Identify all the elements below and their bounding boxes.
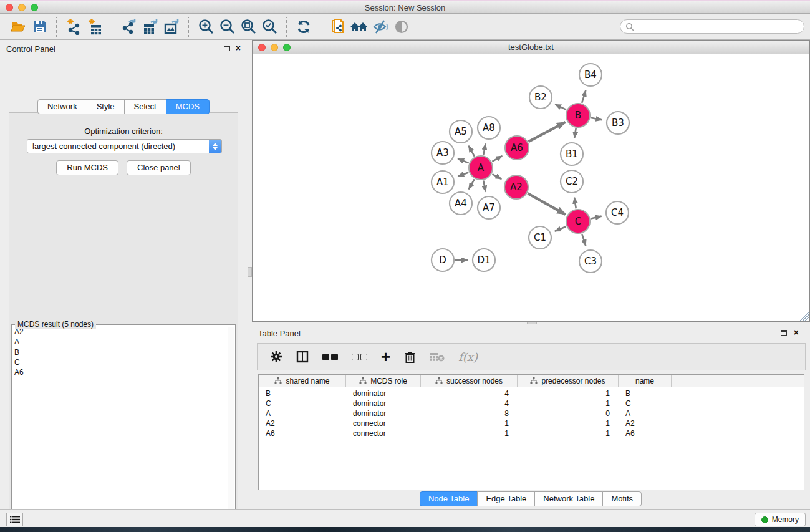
vertical-splitter[interactable] bbox=[248, 40, 252, 509]
result-list-item[interactable]: C bbox=[14, 357, 226, 367]
cell-name[interactable]: B bbox=[619, 389, 672, 399]
cell-predecessor-nodes[interactable]: 0 bbox=[518, 409, 619, 419]
graph-node-label: C2 bbox=[566, 176, 578, 187]
search-field[interactable] bbox=[620, 19, 804, 34]
desktop-wallpaper bbox=[0, 527, 810, 532]
cell-MCDS-role[interactable]: connector bbox=[346, 419, 421, 429]
float-panel-icon[interactable] bbox=[781, 330, 787, 336]
hide-selected-button[interactable] bbox=[370, 16, 391, 37]
result-list-item[interactable]: A6 bbox=[14, 367, 226, 377]
open-session-button[interactable] bbox=[7, 16, 29, 37]
cell-predecessor-nodes[interactable]: 1 bbox=[518, 399, 619, 409]
result-scrollbar[interactable] bbox=[228, 327, 234, 532]
cell-shared-name[interactable]: A2 bbox=[259, 419, 346, 429]
cell-MCDS-role[interactable]: dominator bbox=[346, 399, 421, 409]
tab-motifs[interactable]: Motifs bbox=[602, 491, 642, 506]
run-mcds-button[interactable]: Run MCDS bbox=[56, 160, 118, 175]
network-canvas[interactable]: B4B2BB3A5A8A6A3B1AA1C2A2A4A7C4CC1DD1C3 bbox=[253, 54, 809, 321]
search-input[interactable] bbox=[637, 22, 799, 31]
tab-mcds[interactable]: MCDS bbox=[166, 99, 210, 114]
task-history-button[interactable] bbox=[6, 513, 23, 526]
list-icon bbox=[10, 515, 20, 524]
cell-successor-nodes[interactable]: 4 bbox=[421, 389, 518, 399]
status-bar: Memory bbox=[0, 509, 810, 527]
select-all-button[interactable] bbox=[322, 354, 338, 360]
tab-edge-table[interactable]: Edge Table bbox=[477, 491, 535, 506]
cell-name[interactable]: A2 bbox=[619, 419, 672, 429]
cell-name[interactable]: A6 bbox=[619, 429, 672, 439]
cell-MCDS-role[interactable]: dominator bbox=[346, 409, 421, 419]
graph-node-label: A4 bbox=[455, 198, 467, 209]
column-header-name[interactable]: name bbox=[619, 375, 672, 387]
export-network-button[interactable] bbox=[118, 16, 140, 37]
close-panel-icon[interactable]: × bbox=[794, 327, 799, 337]
cell-shared-name[interactable]: B bbox=[259, 389, 346, 399]
optimization-criterion-select[interactable]: largest connected component (directed) bbox=[27, 139, 222, 153]
import-table-button[interactable] bbox=[84, 16, 105, 37]
result-list-item[interactable]: A2 bbox=[14, 327, 226, 337]
cell-MCDS-role[interactable]: dominator bbox=[346, 389, 421, 399]
memory-button[interactable]: Memory bbox=[755, 513, 806, 526]
result-list-item[interactable]: B bbox=[14, 347, 226, 357]
cell-shared-name[interactable]: C bbox=[259, 399, 346, 409]
tab-style[interactable]: Style bbox=[87, 99, 125, 114]
tab-network[interactable]: Network bbox=[37, 99, 87, 114]
graph-edge-A-A4 bbox=[469, 179, 475, 189]
cell-shared-name[interactable]: A bbox=[259, 409, 346, 419]
column-header-predecessor-nodes[interactable]: predecessor nodes bbox=[518, 375, 619, 387]
column-header-MCDS-role[interactable]: MCDS role bbox=[346, 375, 421, 387]
cell-predecessor-nodes[interactable]: 1 bbox=[518, 419, 619, 429]
column-header-shared-name[interactable]: shared name bbox=[259, 375, 346, 387]
cell-predecessor-nodes[interactable]: 1 bbox=[518, 429, 619, 439]
export-table-button[interactable] bbox=[140, 16, 161, 37]
table-row[interactable]: A2connector11A2 bbox=[259, 419, 804, 429]
cell-predecessor-nodes[interactable]: 1 bbox=[518, 389, 619, 399]
column-header-successor-nodes[interactable]: successor nodes bbox=[421, 375, 518, 387]
mcds-result-group: MCDS result (5 nodes) A2ABCA6 bbox=[11, 324, 236, 532]
import-network-button[interactable] bbox=[63, 16, 84, 37]
home-layout-button[interactable] bbox=[349, 16, 370, 37]
close-panel-button[interactable]: Close panel bbox=[127, 160, 191, 175]
cell-successor-nodes[interactable]: 1 bbox=[421, 419, 518, 429]
tab-node-table[interactable]: Node Table bbox=[420, 491, 478, 506]
delete-table-button[interactable] bbox=[430, 352, 445, 362]
toolbar-separator bbox=[286, 17, 287, 37]
save-session-button[interactable] bbox=[29, 16, 50, 37]
table-row[interactable]: Adominator80A bbox=[259, 409, 804, 419]
show-all-button[interactable] bbox=[391, 16, 412, 37]
mcds-result-list[interactable]: A2ABCA6 bbox=[14, 327, 226, 532]
splitter-grip[interactable] bbox=[248, 267, 252, 277]
graph-node-label: A2 bbox=[510, 181, 523, 193]
cell-successor-nodes[interactable]: 8 bbox=[421, 409, 518, 419]
zoom-selected-button[interactable] bbox=[259, 16, 280, 37]
table-row[interactable]: A6connector11A6 bbox=[259, 429, 804, 439]
table-settings-button[interactable] bbox=[270, 351, 282, 363]
clone-network-button[interactable] bbox=[327, 16, 349, 37]
cell-MCDS-role[interactable]: connector bbox=[346, 429, 421, 439]
cell-name[interactable]: A bbox=[619, 409, 672, 419]
export-image-button[interactable] bbox=[161, 16, 182, 37]
cell-name[interactable]: C bbox=[619, 399, 672, 409]
tab-select[interactable]: Select bbox=[124, 99, 166, 114]
checked-box-icon bbox=[322, 354, 329, 360]
function-builder-button[interactable]: f(x) bbox=[458, 351, 478, 364]
zoom-out-button[interactable] bbox=[216, 16, 238, 37]
table-row[interactable]: Bdominator41B bbox=[259, 389, 804, 399]
cell-successor-nodes[interactable]: 1 bbox=[421, 429, 518, 439]
cell-shared-name[interactable]: A6 bbox=[259, 429, 346, 439]
tab-network-table[interactable]: Network Table bbox=[534, 491, 603, 506]
table-row[interactable]: Cdominator41C bbox=[259, 399, 804, 409]
float-panel-icon[interactable] bbox=[224, 46, 230, 51]
create-column-button[interactable]: + bbox=[381, 351, 390, 363]
result-list-item[interactable]: A bbox=[14, 337, 226, 347]
cell-successor-nodes[interactable]: 4 bbox=[421, 399, 518, 409]
zoom-fit-button[interactable] bbox=[238, 16, 259, 37]
close-panel-icon[interactable]: × bbox=[236, 43, 241, 53]
deselect-all-button[interactable] bbox=[352, 354, 367, 360]
delete-column-button[interactable] bbox=[404, 351, 416, 364]
zoom-in-button[interactable] bbox=[195, 16, 216, 37]
show-columns-button[interactable] bbox=[296, 351, 309, 363]
refresh-button[interactable] bbox=[293, 16, 314, 37]
clone-network-icon bbox=[330, 18, 347, 35]
resize-grip-icon[interactable] bbox=[800, 312, 809, 321]
